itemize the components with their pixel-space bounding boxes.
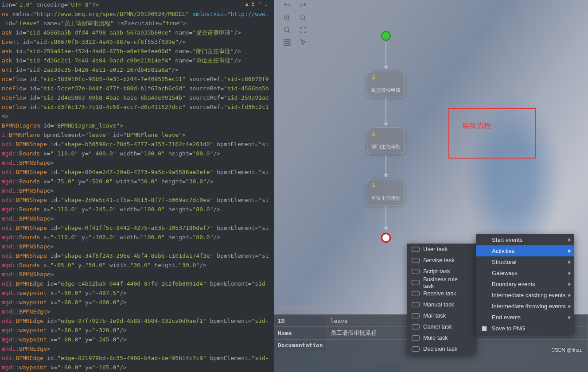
task-type-icon bbox=[411, 257, 421, 264]
code-line[interactable]: mgdc:Bounds x="-65.0" y="50.0" width="30… bbox=[0, 260, 274, 270]
code-line[interactable]: mgdi:waypoint x="-60.0" y="-165.0"/> bbox=[0, 363, 274, 372]
task-type-icon bbox=[411, 345, 421, 353]
task-type-icon bbox=[411, 323, 421, 330]
context-menu: Start eventsActivitiesStructuralGateways… bbox=[476, 234, 574, 334]
bpmn-designer[interactable]: 提交请假申请 部门主任审批 单位主任审批 绘制流程 IDleave Name员工… bbox=[274, 0, 588, 372]
code-line[interactable]: mndi:BPMNShape> bbox=[0, 186, 274, 195]
svg-rect-8 bbox=[412, 258, 420, 263]
save-icon bbox=[479, 325, 489, 332]
code-line[interactable]: ndi:BPMNShape id="shape-b30598cc-78d5-42… bbox=[0, 140, 274, 149]
menu-item-save-to-png[interactable]: Save to PNG bbox=[476, 323, 574, 334]
code-line[interactable]: ndi:BPMNShape id="shape-2d9e5c41-cfba-4b… bbox=[0, 195, 274, 205]
menu-item-activities[interactable]: Activities bbox=[476, 245, 574, 256]
code-line[interactable]: Event id="sid-c86670f9-3322-4e40-887e-cf… bbox=[0, 37, 274, 46]
sequence-flow[interactable] bbox=[386, 155, 386, 177]
end-event-node[interactable] bbox=[381, 233, 391, 243]
menu-item-mail-task[interactable]: Mail task bbox=[407, 310, 476, 321]
start-event-node[interactable] bbox=[381, 31, 391, 41]
xml-editor[interactable]: ▲ 5 ⌃ ⌄ ion="1.0" encoding="UTF-8"?>ns x… bbox=[0, 0, 274, 372]
code-line[interactable]: s> bbox=[0, 112, 274, 121]
code-line[interactable]: mgdc:Bounds x="-110.0" y="-245.0" width=… bbox=[0, 205, 274, 214]
annotation-box: 绘制流程 bbox=[448, 108, 536, 159]
menu-item-user-task[interactable]: User task bbox=[407, 244, 476, 255]
code-line[interactable]: ndi:BPMNShape id="shape-604ae247-20a8-47… bbox=[0, 167, 274, 177]
task-type-icon bbox=[411, 301, 421, 308]
menu-item-gateways[interactable]: Gateways bbox=[476, 267, 574, 279]
code-line[interactable]: ns xmlns="http://www.omg.org/spec/BPMN/2… bbox=[0, 9, 274, 19]
code-line[interactable]: mgdi:waypoint x="-60.0" y="-497.5"/> bbox=[0, 288, 274, 298]
code-line[interactable]: mndi:BPMNEdge> bbox=[0, 344, 274, 353]
menu-item-receive-task[interactable]: Receive task bbox=[407, 288, 476, 299]
sequence-flow[interactable] bbox=[386, 206, 386, 230]
code-line[interactable]: mndi:BPMNShape> bbox=[0, 158, 274, 167]
menu-item-intermediate-catching-events[interactable]: Intermediate catching events bbox=[476, 290, 574, 301]
user-task-node[interactable]: 部门主任审批 bbox=[367, 128, 405, 154]
sequence-flow[interactable] bbox=[386, 98, 386, 126]
menu-item-manual-task[interactable]: Manual task bbox=[407, 299, 476, 310]
user-icon bbox=[371, 74, 376, 79]
svg-point-6 bbox=[373, 183, 374, 185]
code-line[interactable]: mndi:BPMNEdge> bbox=[0, 307, 274, 316]
code-line[interactable]: ndi:BPMNEdge id="edge-c4b32ba0-044f-440d… bbox=[0, 279, 274, 288]
menu-item-service-task[interactable]: Service task bbox=[407, 255, 476, 266]
menu-item-camel-task[interactable]: Camel task bbox=[407, 321, 476, 332]
svg-rect-14 bbox=[412, 324, 420, 329]
code-line[interactable]: ask id="sid-4566ba5b-dfd4-4f98-aa3b-567a… bbox=[0, 28, 274, 37]
code-line[interactable]: nceFlow id="sid-5ccef37e-044f-477f-b88d-… bbox=[0, 84, 274, 93]
code-line[interactable]: ndi:BPMNShape id="shape-0f41ff5c-8442-42… bbox=[0, 223, 274, 232]
menu-item-business-rule-task[interactable]: Business rule task bbox=[407, 277, 476, 288]
svg-rect-15 bbox=[412, 335, 420, 340]
code-line[interactable]: mgdc:Bounds x="-110.0" y="-400.0" width=… bbox=[0, 149, 274, 158]
code-line[interactable]: id="leave" name="员工请假审批流程" isExecutable=… bbox=[0, 19, 274, 28]
code-line[interactable]: ion="1.0" encoding="UTF-8"?> bbox=[0, 0, 274, 9]
code-line[interactable]: ndi:BPMNEdge id="edge-821979bd-8c35-4908… bbox=[0, 353, 274, 363]
code-line[interactable]: mgdc:Bounds x="-75.0" y="-520.0" width="… bbox=[0, 177, 274, 186]
svg-rect-10 bbox=[412, 280, 420, 285]
code-line[interactable]: mndi:BPMNShape> bbox=[0, 270, 274, 279]
code-line[interactable]: i:BPMNPlane bpmnElement="leave" id="BPMN… bbox=[0, 130, 274, 140]
code-line[interactable]: mgdc:Bounds x="-110.0" y="-100.0" width=… bbox=[0, 232, 274, 242]
menu-item-structural[interactable]: Structural bbox=[476, 256, 574, 267]
task-type-icon bbox=[411, 290, 421, 297]
code-line[interactable]: ndi:BPMNShape id="shape-34f6f243-296e-4b… bbox=[0, 251, 274, 260]
code-line[interactable]: mndi:BPMNShape> bbox=[0, 242, 274, 251]
svg-rect-18 bbox=[483, 326, 486, 328]
svg-rect-11 bbox=[412, 291, 420, 296]
user-task-node[interactable]: 单位主任审批 bbox=[367, 179, 405, 205]
sequence-flow[interactable] bbox=[386, 42, 386, 69]
task-label: 部门主任审批 bbox=[367, 143, 405, 150]
warning-badge[interactable]: ▲ 5 ⌃ ⌄ bbox=[245, 1, 268, 7]
task-type-icon bbox=[411, 268, 421, 275]
code-line[interactable]: BPMNDiagram id="BPMNDiagram_leave"> bbox=[0, 121, 274, 130]
menu-item-boundary-events[interactable]: Boundary events bbox=[476, 279, 574, 290]
menu-item-mule-task[interactable]: Mule task bbox=[407, 332, 476, 343]
svg-point-5 bbox=[373, 132, 374, 133]
menu-item-decision-task[interactable]: Decision task bbox=[407, 343, 476, 354]
code-line[interactable]: mgdi:waypoint x="-60.0" y="-400.0"/> bbox=[0, 298, 274, 307]
menu-item-intermediate-throwing-events[interactable]: Intermediate throwing events bbox=[476, 301, 574, 312]
code-line[interactable]: mgdi:waypoint x="-60.0" y="-245.0"/> bbox=[0, 335, 274, 344]
task-label: 单位主任审批 bbox=[367, 195, 405, 202]
code-line[interactable]: nceFlow id="sid-d3f6c173-7c18-4c59-acc7-… bbox=[0, 102, 274, 112]
menu-item-start-events[interactable]: Start events bbox=[476, 234, 574, 245]
user-task-node[interactable]: 提交请假申请 bbox=[367, 71, 405, 97]
svg-rect-12 bbox=[412, 302, 420, 307]
watermark: CSDN @hhzz bbox=[551, 347, 582, 353]
code-line[interactable]: mgdi:waypoint x="-60.0" y="-320.0"/> bbox=[0, 326, 274, 335]
code-line[interactable]: nceFlow id="sid-2d4eb863-09b8-4baa-ba1e-… bbox=[0, 93, 274, 102]
menu-item-end-events[interactable]: End events bbox=[476, 312, 574, 323]
task-type-icon bbox=[411, 312, 421, 319]
task-type-icon bbox=[411, 334, 421, 341]
code-line[interactable]: nceFlow id="sid-386910fc-95b5-4e31-b244-… bbox=[0, 74, 274, 84]
code-line[interactable]: ask id="sid-fd36c2c1-7e46-4e84-9acd-c09e… bbox=[0, 56, 274, 65]
code-line[interactable]: ent id="sid-2aa3dc35-b426-4e11-a012-267d… bbox=[0, 65, 274, 74]
menu-item-script-task[interactable]: Script task bbox=[407, 266, 476, 277]
code-line[interactable]: ndi:BPMNEdge id="edge-97f7927b-1e9d-4b88… bbox=[0, 316, 274, 326]
annotation-label: 绘制流程 bbox=[463, 121, 491, 131]
user-icon bbox=[371, 182, 376, 187]
code-line[interactable]: ask id="sid-259a91ae-f52d-4ad6-873b-a6ef… bbox=[0, 46, 274, 56]
code-line[interactable]: mndi:BPMNShape> bbox=[0, 214, 274, 223]
user-icon bbox=[371, 131, 376, 136]
horizontal-scrollbar[interactable] bbox=[278, 306, 323, 310]
task-type-icon bbox=[411, 246, 421, 253]
